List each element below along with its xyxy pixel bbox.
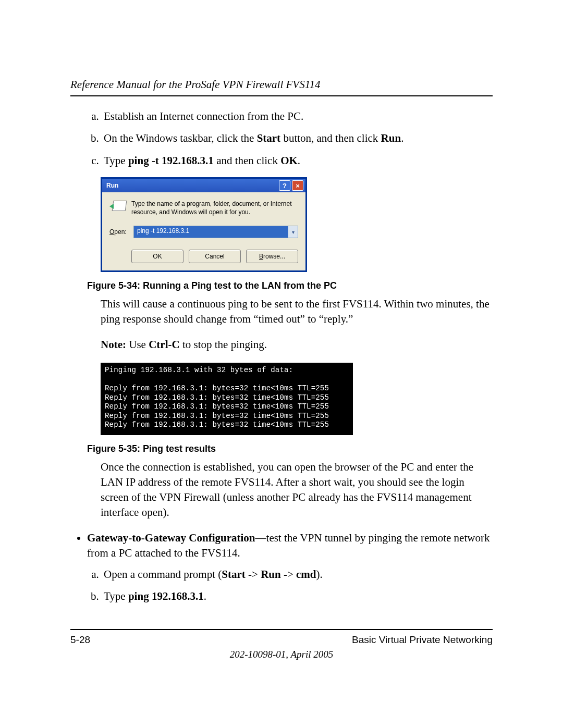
text: .	[298, 154, 300, 167]
text: On the Windows taskbar, click the	[104, 132, 257, 144]
document-title: Reference Manual for the ProSafe VPN Fir…	[70, 78, 321, 91]
document-header: Reference Manual for the ProSafe VPN Fir…	[70, 78, 493, 96]
step-a-text: Establish an Internet connection from th…	[104, 110, 303, 122]
bullet-title: Gateway-to-Gateway Configuration	[87, 532, 255, 544]
figure-35-caption: Figure 5-35: Ping test results	[87, 443, 493, 454]
page-footer: 5-28 Basic Virtual Private Networking 20…	[70, 629, 493, 660]
run-icon	[109, 200, 127, 213]
cmd-label: cmd	[296, 568, 316, 581]
run-dialog-message: Type the name of a program, folder, docu…	[131, 200, 298, 216]
figure-run-dialog: Run ? × Type the name of a program, fold…	[101, 177, 493, 272]
step-c: Type ping -t 192.168.3.1 and then click …	[102, 153, 493, 168]
note-line: Note: Use Ctrl-C to stop the pinging.	[101, 337, 493, 352]
text: ).	[316, 568, 323, 581]
browse-button[interactable]: Browse...	[246, 250, 298, 263]
ctrl-c: Ctrl-C	[149, 338, 179, 351]
run-label: Run	[261, 568, 281, 581]
run-label: Run	[381, 132, 401, 144]
page-number: 5-28	[70, 634, 90, 646]
doc-id: 202-10098-01, April 2005	[70, 649, 493, 660]
run-dialog: Run ? × Type the name of a program, fold…	[101, 177, 307, 272]
note-label: Note:	[101, 338, 126, 351]
run-dialog-titlebar: Run ? ×	[102, 179, 305, 192]
ping-command: ping -t 192.168.3.1	[128, 154, 214, 167]
gateway-bullet: Gateway-to-Gateway Configuration—test th…	[87, 530, 493, 604]
gateway-steps: Open a command prompt (Start -> Run -> c…	[87, 567, 493, 604]
ok-label: OK	[280, 154, 298, 167]
text: ->	[246, 568, 261, 581]
text: Type	[104, 590, 128, 602]
steps-list-1: Establish an Internet connection from th…	[87, 109, 493, 168]
text: ->	[281, 568, 296, 581]
chevron-down-icon: ▾	[292, 229, 295, 235]
gateway-bullet-list: Gateway-to-Gateway Configuration—test th…	[75, 530, 493, 604]
step-b: On the Windows taskbar, click the Start …	[102, 131, 493, 145]
start-label: Start	[222, 568, 246, 581]
figure-34-caption: Figure 5-34: Running a Ping test to the …	[87, 280, 493, 291]
ok-button[interactable]: OK	[131, 250, 183, 263]
text: button, and then click	[280, 132, 381, 144]
open-combobox[interactable]: ping -t 192.168.3.1 ▾	[133, 226, 298, 238]
close-button[interactable]: ×	[292, 180, 303, 191]
gw-step-b: Type ping 192.168.3.1.	[102, 589, 493, 603]
section-title: Basic Virtual Private Networking	[352, 634, 493, 646]
open-label: Open:	[109, 228, 133, 236]
cancel-button[interactable]: Cancel	[189, 250, 241, 263]
start-label: Start	[257, 132, 281, 144]
gw-step-a: Open a command prompt (Start -> Run -> c…	[102, 567, 493, 582]
text: Type	[104, 154, 128, 167]
text: Use	[126, 338, 149, 351]
text: .	[204, 590, 206, 602]
run-dialog-title: Run	[106, 182, 277, 189]
command-output-window: Pinging 192.168.3.1 with 32 bytes of dat…	[101, 363, 353, 435]
paragraph-ping-explain: This will cause a continuous ping to be …	[101, 297, 493, 327]
ping-cmd: ping 192.168.3.1	[128, 590, 204, 602]
text: .	[401, 132, 403, 144]
open-input[interactable]: ping -t 192.168.3.1	[134, 226, 288, 238]
dropdown-button[interactable]: ▾	[288, 226, 298, 238]
paragraph-after-connect: Once the connection is established, you …	[101, 460, 493, 520]
help-button[interactable]: ?	[279, 180, 290, 191]
text: Open a command prompt (	[104, 568, 222, 581]
step-a: Establish an Internet connection from th…	[102, 109, 493, 124]
text: to stop the pinging.	[180, 338, 267, 351]
text: and then click	[214, 154, 280, 167]
